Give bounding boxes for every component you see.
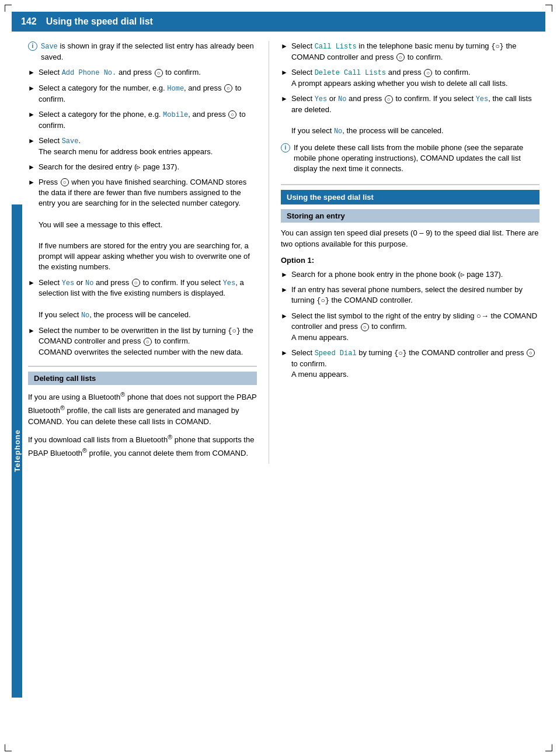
sub-overwrites: COMAND overwrites the selected number wi… bbox=[39, 348, 243, 356]
bullet-arrow: ► bbox=[281, 311, 288, 343]
delete-call-lists-header: Deleting call lists bbox=[28, 372, 257, 385]
add-phone-no-label: Add Phone No. bbox=[62, 69, 117, 77]
bullet-add-phone-no: ► Select Add Phone No. and press ○ to co… bbox=[28, 67, 257, 78]
no-label: No bbox=[338, 95, 346, 103]
press-icon: ○ bbox=[155, 69, 163, 77]
turn-icon: {○} bbox=[228, 327, 241, 335]
bullet-content: Search for the desired entry (▹ page 137… bbox=[39, 162, 257, 172]
bullet-arrow: ► bbox=[28, 326, 35, 358]
press-icon: ○ bbox=[228, 110, 236, 119]
bullet-content: Select Delete Call Lists and press ○ to … bbox=[291, 67, 539, 89]
bullet-arrow: ► bbox=[28, 110, 35, 131]
delete-call-lists-label: Delete Call Lists bbox=[315, 69, 386, 77]
sub-no-cancel: If you select No, the process will be ca… bbox=[39, 310, 191, 319]
yes-label2: Yes bbox=[223, 279, 236, 287]
mobile-label: Mobile bbox=[163, 111, 188, 119]
main-content: i Save is shown in gray if the selected … bbox=[12, 32, 545, 464]
press-icon: ○ bbox=[385, 95, 393, 103]
bullet-arrow: ► bbox=[28, 278, 35, 321]
section-divider bbox=[28, 366, 257, 367]
bullet-yes-no-overwrite: ► Select Yes or No and press ○ to confir… bbox=[28, 278, 257, 321]
yes-label: Yes bbox=[62, 279, 75, 287]
bullet-content: Select Yes or No and press ○ to confirm.… bbox=[291, 93, 539, 137]
bullet-content: Select Call Lists in the telephone basic… bbox=[291, 41, 539, 63]
sub-menu-appears: A menu appears. bbox=[291, 333, 349, 342]
page-header: 142 Using the speed dial list bbox=[12, 12, 545, 32]
no-label: No bbox=[85, 279, 93, 287]
bullet-yes-no-delete: ► Select Yes or No and press ○ to confir… bbox=[281, 93, 539, 137]
info-content-delete-mobile: If you delete these call lists from the … bbox=[294, 143, 539, 175]
bullet-arrow: ► bbox=[28, 178, 35, 273]
bullet-arrow: ► bbox=[28, 162, 35, 172]
left-column: i Save is shown in gray if the selected … bbox=[12, 41, 269, 464]
bullet-content: Press ○ when you have finished searching… bbox=[39, 177, 257, 273]
bullet-delete-call-lists: ► Select Delete Call Lists and press ○ t… bbox=[281, 67, 539, 89]
yes-label: Yes bbox=[315, 95, 328, 103]
press-icon: ○ bbox=[424, 69, 432, 77]
delete-para1: If you are using a Bluetooth® phone that… bbox=[28, 390, 257, 428]
press-icon: ○ bbox=[527, 349, 535, 357]
speed-dial-header: Using the speed dial list bbox=[281, 190, 539, 204]
bullet-press-finished: ► Press ○ when you have finished searchi… bbox=[28, 177, 257, 273]
speed-dial-header-text: Using the speed dial list bbox=[287, 193, 374, 202]
sidebar-label: Telephone bbox=[12, 204, 22, 698]
press-icon: ○ bbox=[396, 53, 405, 61]
info-icon: i bbox=[281, 143, 290, 152]
bullet-arrow: ► bbox=[28, 68, 35, 78]
bullet-category-number: ► Select a category for the number, e.g.… bbox=[28, 83, 257, 105]
corner-mark-tr bbox=[545, 5, 552, 12]
bullet-search-phonebook: ► Search for a phone book entry in the p… bbox=[281, 269, 539, 280]
turn-icon: {○} bbox=[316, 297, 329, 305]
bullet-arrow: ► bbox=[281, 285, 288, 306]
right-column: ► Select Call Lists in the telephone bas… bbox=[269, 41, 545, 464]
bullet-select-speed-dial: ► Select Speed Dial by turning {○} the C… bbox=[281, 348, 539, 380]
sub-message: You will see a message to this effect. bbox=[39, 220, 162, 229]
info-item-delete-mobile: i If you delete these call lists from th… bbox=[281, 143, 539, 175]
bullet-content: Select Add Phone No. and press ○ to conf… bbox=[39, 67, 257, 78]
section-divider-right bbox=[281, 184, 539, 185]
speed-dial-intro: You can assign ten speed dial presets (0… bbox=[281, 227, 539, 250]
storing-entry-header: Storing an entry bbox=[281, 209, 539, 223]
bullet-search-entry: ► Search for the desired entry (▹ page 1… bbox=[28, 162, 257, 172]
bullet-select-call-lists: ► Select Call Lists in the telephone bas… bbox=[281, 41, 539, 63]
home-label: Home bbox=[167, 85, 184, 93]
bullet-content: Select a category for the number, e.g. H… bbox=[39, 83, 257, 105]
sub-menu-appears2: A menu appears. bbox=[291, 370, 349, 379]
speed-dial-label: Speed Dial bbox=[315, 349, 357, 358]
call-lists-label: Call Lists bbox=[315, 43, 357, 51]
press-icon: ○ bbox=[224, 84, 232, 92]
yes-label2: Yes bbox=[476, 95, 489, 103]
bullet-arrow: ► bbox=[281, 270, 288, 280]
sub-no-cancel-delete: If you select No, the process will be ca… bbox=[291, 126, 444, 135]
bullet-arrow: ► bbox=[281, 68, 288, 89]
bullet-category-phone: ► Select a category for the phone, e.g. … bbox=[28, 109, 257, 131]
page-number: 142 bbox=[21, 16, 37, 27]
bullet-content: Select Speed Dial by turning {○} the COM… bbox=[291, 348, 539, 380]
turn-icon: {○} bbox=[394, 349, 407, 358]
corner-mark-tl bbox=[5, 5, 12, 12]
turn-icon: {○} bbox=[491, 43, 504, 51]
bullet-arrow: ► bbox=[281, 94, 288, 137]
info-content-save-gray: Save is shown in gray if the selected li… bbox=[41, 41, 257, 63]
bullet-arrow: ► bbox=[28, 136, 35, 157]
bullet-arrow: ► bbox=[28, 84, 35, 105]
bullet-content: Select Yes or No and press ○ to confirm.… bbox=[39, 278, 257, 321]
corner-mark-bl bbox=[5, 744, 12, 751]
bullet-select-save: ► Select Save. The search menu for addre… bbox=[28, 136, 257, 157]
save-text: Save bbox=[41, 43, 58, 51]
info-icon: i bbox=[28, 41, 37, 51]
bullet-arrow: ► bbox=[281, 41, 288, 63]
save-sub: The search menu for address book entries… bbox=[39, 147, 213, 156]
bullet-arrow: ► bbox=[281, 348, 288, 380]
bullet-content: Select Save. The search menu for address… bbox=[39, 136, 257, 157]
option1-label: Option 1: bbox=[281, 255, 539, 266]
bullet-content: Search for a phone book entry in the pho… bbox=[291, 269, 539, 280]
press-icon: ○ bbox=[144, 338, 152, 346]
delete-header-text: Deleting call lists bbox=[34, 374, 96, 383]
bullet-list-symbol: ► Select the list symbol to the right of… bbox=[281, 311, 539, 343]
corner-mark-br bbox=[545, 744, 552, 751]
delete-para2: If you download call lists from a Blueto… bbox=[28, 432, 257, 459]
press-icon: ○ bbox=[132, 279, 140, 287]
bullet-content: Select the number to be overwritten in t… bbox=[39, 325, 257, 358]
bullet-content: If an entry has several phone numbers, s… bbox=[291, 285, 539, 306]
